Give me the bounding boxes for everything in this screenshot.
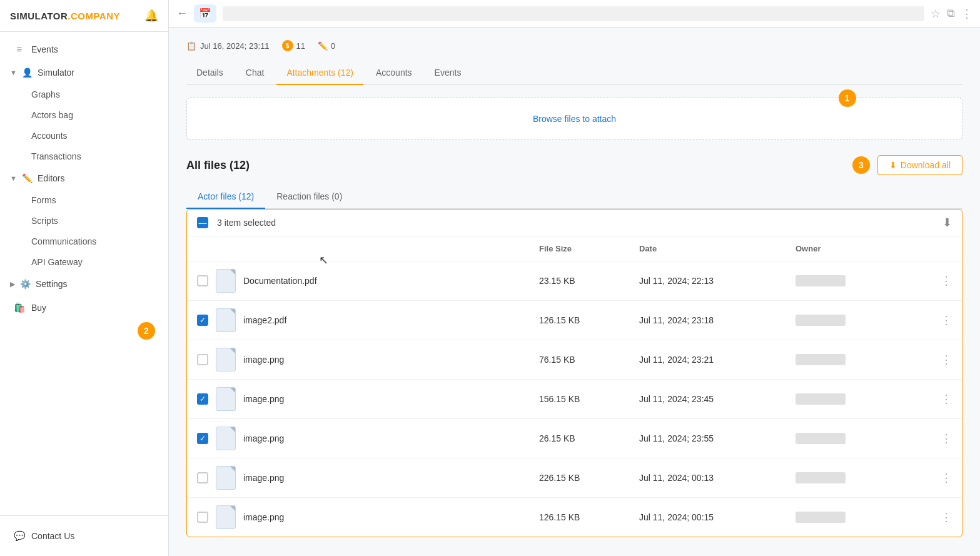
chat-icon: 💬 <box>14 530 25 542</box>
breadcrumb <box>223 6 924 21</box>
sidebar-item-buy[interactable]: 🛍️ Buy <box>4 296 164 320</box>
file-date: Jul 11, 2024; 00:15 <box>639 512 796 522</box>
arrow-down-icon: ▼ <box>10 69 17 76</box>
star-icon[interactable]: ☆ <box>931 7 941 21</box>
table-row: image.png 76.15 KB Jul 11, 2024; 23:21 ⋮ <box>187 340 962 380</box>
table-row: ✓ image.png 156.15 KB Jul 11, 2024; 23:4… <box>187 380 962 419</box>
file-size: 23.15 KB <box>539 276 639 286</box>
sidebar-item-api-gateway[interactable]: API Gateway <box>4 252 164 272</box>
sidebar-group-simulator[interactable]: ▼ 👤 Simulator <box>0 61 168 84</box>
coin-icon: $ <box>282 40 293 51</box>
sidebar-item-actors-bag[interactable]: Actors bag <box>4 105 164 125</box>
file-date: Jul 11, 2024; 23:18 <box>639 315 796 325</box>
file-checkbox[interactable]: ✓ <box>197 393 208 405</box>
file-icon <box>216 387 236 411</box>
tab-events[interactable]: Events <box>425 61 472 85</box>
row-more-button[interactable]: ⋮ <box>921 471 952 485</box>
step-badge-2: 2 <box>138 322 155 340</box>
logo-text: SIMULATOR.COMPANY <box>10 11 120 21</box>
more-icon[interactable]: ⋮ <box>961 7 972 21</box>
row-more-button[interactable]: ⋮ <box>921 510 952 524</box>
buy-icon: 🛍️ <box>14 302 25 313</box>
layers-icon[interactable]: ⧉ <box>947 7 955 20</box>
row-more-button[interactable]: ⋮ <box>921 274 952 288</box>
table-row: ✓ image2.pdf 126.15 KB Jul 11, 2024; 23:… <box>187 301 962 340</box>
sidebar-item-communications[interactable]: Communications <box>4 231 164 251</box>
file-checkbox[interactable] <box>197 512 208 523</box>
file-date: Jul 11, 2024; 23:55 <box>639 433 796 443</box>
file-name-cell: ✓ image.png <box>197 387 539 411</box>
calendar-icon[interactable]: 📅 <box>194 4 216 23</box>
row-more-button[interactable]: ⋮ <box>921 353 952 366</box>
file-checkbox[interactable] <box>197 472 208 483</box>
topbar-actions: ☆ ⧉ ⋮ <box>931 7 972 21</box>
sidebar-item-accounts[interactable]: Accounts <box>4 126 164 146</box>
back-button[interactable]: ← <box>176 7 188 20</box>
sidebar-group-editors-label: Editors <box>38 173 65 183</box>
file-checkbox[interactable] <box>197 275 208 286</box>
step-badge-1: 1 <box>839 89 856 107</box>
table-row: ✓ image.png 26.15 KB Jul 11, 2024; 23:55… <box>187 419 962 458</box>
file-icon <box>216 269 236 293</box>
select-all-checkbox[interactable]: — <box>197 217 208 228</box>
owner-avatar <box>796 472 846 483</box>
sidebar-item-events[interactable]: ≡ Events <box>4 38 164 61</box>
file-date: Jul 11, 2024; 23:21 <box>639 355 796 365</box>
download-selected-icon[interactable]: ⬇ <box>942 216 952 230</box>
tab-details[interactable]: Details <box>186 61 233 85</box>
sidebar-group-editors[interactable]: ▼ ✏️ Editors <box>0 167 168 190</box>
sidebar-item-forms[interactable]: Forms <box>4 190 164 210</box>
settings-icon: ⚙️ <box>20 279 31 289</box>
file-checkbox[interactable]: ✓ <box>197 315 208 326</box>
calendar-small-icon: 📋 <box>186 41 196 51</box>
file-name-cell: image.png <box>197 505 539 529</box>
col-owner: Owner <box>796 244 921 253</box>
meta-row: 📋 Jul 16, 2024; 23:11 $ 11 ✏️ 0 <box>186 40 962 51</box>
row-more-button[interactable]: ⋮ <box>921 313 952 327</box>
table-row: image.png 226.15 KB Jul 11, 2024; 00:13 … <box>187 458 962 498</box>
col-filesize: File Size <box>539 244 639 253</box>
file-size: 126.15 KB <box>539 315 639 325</box>
file-date: Jul 11, 2024; 00:13 <box>639 473 796 483</box>
sidebar-item-graphs[interactable]: Graphs <box>4 84 164 104</box>
row-more-button[interactable]: ⋮ <box>921 432 952 445</box>
download-icon: ⬇ <box>889 160 897 170</box>
file-icon <box>216 466 236 490</box>
row-more-button[interactable]: ⋮ <box>921 392 952 406</box>
download-all-button[interactable]: ⬇ Download all <box>877 155 962 175</box>
file-size: 126.15 KB <box>539 512 639 522</box>
sidebar-item-scripts[interactable]: Scripts <box>4 211 164 231</box>
bell-icon[interactable]: 🔔 <box>144 9 158 23</box>
sidebar-group-settings[interactable]: ▶ ⚙️ Settings <box>0 273 168 295</box>
arrow-down-icon: ▼ <box>10 174 17 182</box>
file-checkbox[interactable] <box>197 354 208 365</box>
file-checkbox[interactable]: ✓ <box>197 433 208 444</box>
sidebar-footer: 💬 Contact Us <box>0 515 168 556</box>
pencil-icon: ✏️ <box>318 41 328 51</box>
file-icon <box>216 427 236 450</box>
file-name: image.png <box>243 512 284 522</box>
sidebar-item-contact-us[interactable]: 💬 Contact Us <box>4 524 164 548</box>
coin-count: $ 11 <box>282 40 305 51</box>
tab-accounts[interactable]: Accounts <box>366 61 422 85</box>
arrow-right-icon: ▶ <box>10 280 15 288</box>
events-icon: ≡ <box>14 44 25 54</box>
selection-row: — 3 item selected ⬇ <box>187 210 962 236</box>
file-name-cell: ✓ image.png <box>197 427 539 450</box>
tab-attachments[interactable]: Attachments (12) <box>276 61 363 85</box>
file-date: Jul 11, 2024; 23:45 <box>639 394 796 404</box>
col-date: Date <box>639 244 796 253</box>
sidebar-item-transactions[interactable]: Transactions <box>4 146 164 166</box>
owner-avatar <box>796 275 846 286</box>
step-badge-3: 3 <box>852 156 870 174</box>
main-tabs: Details Chat Attachments (12) Accounts E… <box>186 61 962 85</box>
upload-area[interactable]: Browse files to attach 1 <box>186 98 962 140</box>
file-subtabs: Actor files (12) Reaction files (0) <box>186 185 962 209</box>
browse-files-link[interactable]: Browse files to attach <box>533 114 616 124</box>
content-area: 📋 Jul 16, 2024; 23:11 $ 11 ✏️ 0 Details <box>169 28 980 556</box>
tab-chat[interactable]: Chat <box>236 61 275 85</box>
subtab-actor-files[interactable]: Actor files (12) <box>186 185 265 209</box>
owner-avatar <box>796 433 846 444</box>
file-icon <box>216 348 236 372</box>
subtab-reaction-files[interactable]: Reaction files (0) <box>265 185 353 209</box>
